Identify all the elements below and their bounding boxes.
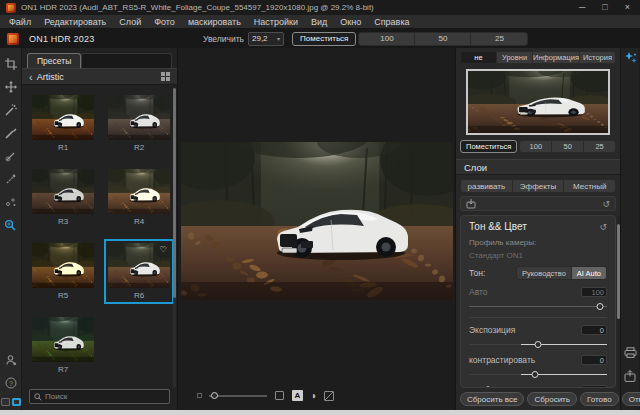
close-button[interactable]: × bbox=[625, 0, 630, 15]
layers-header[interactable]: Слои bbox=[456, 159, 620, 175]
tool-masking-brush[interactable] bbox=[3, 148, 19, 164]
slider-label: Авто bbox=[469, 287, 488, 297]
zoom-25-button[interactable]: 25 bbox=[471, 33, 527, 45]
panel-left-toggle[interactable] bbox=[1, 398, 10, 406]
slider-value[interactable]: 0 bbox=[581, 325, 607, 335]
reset-tone-icon[interactable]: ↺ bbox=[599, 222, 607, 232]
presets-scrollbar[interactable] bbox=[173, 88, 176, 388]
zoom-label: Увеличить bbox=[203, 34, 244, 44]
tool-ai-quick-mask[interactable] bbox=[3, 102, 19, 118]
zoom-50-button[interactable]: 50 bbox=[552, 141, 584, 152]
menu-item-edit[interactable]: Редактировать bbox=[44, 17, 106, 27]
preset-r3[interactable]: R3 bbox=[28, 165, 98, 230]
zoom-25-button[interactable]: 25 bbox=[584, 141, 615, 152]
preset-category-header[interactable]: ‹ Artistic bbox=[22, 68, 177, 85]
save-preset-icon[interactable] bbox=[466, 199, 476, 209]
slider-knob[interactable] bbox=[535, 341, 542, 348]
camera-profile-value[interactable]: Стандарт ON1 bbox=[469, 251, 607, 260]
cancel-button[interactable]: Отмена bbox=[622, 392, 640, 406]
menu-item-file[interactable]: Файл bbox=[9, 17, 31, 27]
preset-search[interactable] bbox=[29, 389, 170, 404]
menu-item-window[interactable]: Окно bbox=[340, 17, 361, 27]
navigator-toggle-icon[interactable] bbox=[197, 393, 202, 398]
mode-effects[interactable]: Эффекты bbox=[513, 180, 565, 192]
app-logo-icon bbox=[6, 3, 16, 13]
tab-history[interactable]: История bbox=[580, 52, 615, 63]
tone-button-руководство[interactable]: Руководство bbox=[517, 267, 572, 279]
preset-r1[interactable]: R1 bbox=[28, 91, 98, 156]
tool-local-adjust[interactable] bbox=[3, 194, 19, 210]
preset-label: R3 bbox=[32, 214, 94, 228]
menu-item-settings[interactable]: Настройки bbox=[254, 17, 298, 27]
account-button[interactable] bbox=[3, 352, 19, 368]
slider-value[interactable]: 0 bbox=[581, 385, 607, 388]
done-button[interactable]: Готово bbox=[580, 392, 619, 406]
reset-button[interactable]: Сбросить bbox=[527, 392, 577, 406]
grid-view-icon[interactable] bbox=[161, 72, 170, 81]
maximize-button[interactable]: □ bbox=[602, 0, 607, 15]
tool-crop[interactable] bbox=[3, 56, 19, 72]
zoom-controls: Увеличить 29,2 ▾ Поместиться 1005025 bbox=[203, 31, 528, 46]
slider-track[interactable] bbox=[469, 302, 607, 310]
photo-canvas[interactable] bbox=[181, 142, 453, 300]
slider-value[interactable]: 100 bbox=[581, 287, 607, 297]
reset-settings-icon[interactable]: ↺ bbox=[602, 199, 610, 209]
slider-value[interactable]: 0 bbox=[581, 355, 607, 365]
search-input[interactable] bbox=[45, 392, 165, 401]
zoom-100-button[interactable]: 100 bbox=[359, 33, 415, 45]
preset-r7[interactable]: R7 bbox=[28, 313, 98, 378]
mode-develop[interactable]: развивать bbox=[461, 180, 513, 192]
tab-none[interactable]: не bbox=[461, 52, 497, 63]
dots-icon bbox=[5, 196, 17, 208]
svg-text:?: ? bbox=[9, 380, 13, 387]
tool-move[interactable] bbox=[3, 79, 19, 95]
menu-item-view[interactable]: Вид bbox=[311, 17, 327, 27]
zoom-100-button[interactable]: 100 bbox=[520, 141, 552, 152]
heart-icon[interactable]: ♡ bbox=[160, 245, 167, 254]
preset-r4[interactable]: R4 bbox=[104, 165, 174, 230]
back-chevron-icon[interactable]: ‹ bbox=[29, 70, 33, 84]
before-after-icon[interactable] bbox=[324, 391, 334, 401]
tool-zoom[interactable] bbox=[3, 217, 19, 233]
fit-button[interactable]: Поместиться bbox=[292, 32, 356, 46]
preset-r5[interactable]: R5 bbox=[28, 239, 98, 304]
slider-knob[interactable] bbox=[597, 303, 604, 310]
slider-knob[interactable] bbox=[532, 371, 539, 378]
panel-scrollbar[interactable] bbox=[617, 216, 620, 391]
app-window: ON1 HDR 2023 (Audi_ABT_RS5-R_White_Folia… bbox=[0, 0, 640, 415]
mode-local[interactable]: Местный bbox=[564, 180, 615, 192]
preview-thumbnail[interactable] bbox=[466, 69, 610, 135]
preview-zoom-slider[interactable] bbox=[209, 392, 267, 400]
help-button[interactable]: ? bbox=[3, 375, 19, 391]
ai-sparkle-icon[interactable] bbox=[624, 52, 637, 65]
preset-r6[interactable]: ♡R6 bbox=[104, 239, 174, 304]
search-icon bbox=[34, 393, 42, 401]
minimize-button[interactable]: ─ bbox=[579, 0, 585, 15]
preset-r2[interactable]: R2 bbox=[104, 91, 174, 156]
panel-right-toggle[interactable] bbox=[12, 398, 21, 406]
slider-track[interactable] bbox=[469, 340, 607, 348]
fit-button[interactable]: Поместиться bbox=[460, 140, 517, 153]
slider-track[interactable] bbox=[469, 370, 607, 378]
tab-info[interactable]: Информация bbox=[533, 52, 580, 63]
export-icon[interactable] bbox=[624, 370, 636, 382]
compare-a-toggle[interactable]: A bbox=[292, 390, 303, 401]
zoom-50-button[interactable]: 50 bbox=[415, 33, 471, 45]
mask-view-icon[interactable] bbox=[275, 391, 284, 400]
preset-list: R1 R2 bbox=[22, 85, 177, 385]
tool-refine-brush[interactable] bbox=[3, 171, 19, 187]
presets-tab[interactable]: Пресеты bbox=[27, 53, 81, 68]
menu-item-mask[interactable]: маскировать bbox=[188, 17, 241, 27]
brush-icon bbox=[5, 127, 17, 139]
zoom-value-dropdown[interactable]: 29,2 ▾ bbox=[248, 32, 284, 46]
reset-all-button[interactable]: Сбросить все bbox=[460, 392, 524, 406]
tone-button-ai-auto[interactable]: AI Auto bbox=[572, 267, 606, 279]
print-icon[interactable] bbox=[624, 347, 637, 358]
menu-item-layer[interactable]: Слой bbox=[119, 17, 141, 27]
preview-split-icon[interactable]: ◑ bbox=[310, 390, 316, 401]
menu-item-help[interactable]: Справка bbox=[374, 17, 409, 27]
menu-item-photo[interactable]: Фото bbox=[154, 17, 175, 27]
tab-levels[interactable]: Уровни bbox=[497, 52, 533, 63]
help-icon: ? bbox=[5, 377, 17, 389]
tool-brush[interactable] bbox=[3, 125, 19, 141]
